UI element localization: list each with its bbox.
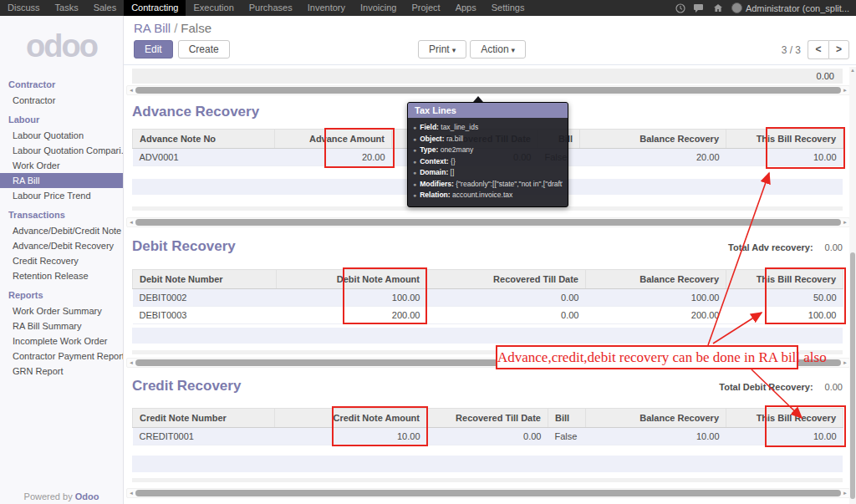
sidebar: odoo Contractor Contractor Labour Labour… [0,16,124,504]
scroll-up-icon[interactable]: ▲ [849,67,856,74]
sidebar-item-ra-bill-summary[interactable]: RA Bill Summary [0,318,123,333]
col-debit-note-number[interactable]: Debit Note Number [133,270,277,289]
action-dropdown-button[interactable]: Action▾ [470,40,526,59]
nav-execution[interactable]: Execution [186,0,241,16]
nav-tasks[interactable]: Tasks [48,0,86,16]
nav-purchases[interactable]: Purchases [242,0,300,16]
odoo-brand-link[interactable]: Odoo [75,491,99,501]
sidebar-item-work-order[interactable]: Work Order [0,158,123,173]
scrollbar-thumb[interactable] [135,219,841,226]
bullet-icon: ● [413,125,416,130]
col-balance-recovery[interactable]: Balance Recovery [586,270,726,289]
scrollbar-thumb[interactable] [135,87,841,94]
tooltip-pointer-icon [473,96,483,102]
col-recovered-till-date[interactable]: Recovered Till Date [427,270,586,289]
col-credit-note-amount[interactable]: Credit Note Amount [275,409,427,428]
scroll-left-icon[interactable]: ◄ [127,360,135,365]
avatar [731,3,742,13]
sidebar-item-work-order-summary[interactable]: Work Order Summary [0,303,123,318]
col-advance-amount[interactable]: Advance Amount [275,130,392,149]
bullet-icon: ● [413,192,416,198]
breadcrumb: RA Bill/False [134,21,211,35]
nav-apps[interactable]: Apps [448,0,484,16]
scrollbar-thumb[interactable] [135,490,841,496]
breadcrumb-ra-bill[interactable]: RA Bill [134,21,171,35]
scroll-right-icon[interactable]: ► [841,491,849,496]
col-balance-recovery[interactable]: Balance Recovery [586,409,726,428]
vertical-scrollbar-thumb[interactable] [850,252,855,499]
scroll-left-icon[interactable]: ◄ [127,220,135,225]
nav-inventory[interactable]: Inventory [300,0,353,16]
advance-recovery-title: Advance Recovery [132,104,259,120]
sidebar-item-contractor-payment-report[interactable]: Contractor Payment Report [0,349,123,364]
pager-previous-button[interactable]: < [808,40,828,59]
bullet-icon: ● [413,159,416,165]
scroll-left-icon[interactable]: ◄ [127,491,135,496]
sidebar-item-labour-price-trend[interactable]: Labour Price Trend [0,188,123,203]
nav-invoicing[interactable]: Invoicing [353,0,404,16]
credit-recovery-title: Credit Recovery [132,378,241,395]
bullet-icon: ● [413,170,416,176]
sidebar-item-retention-release[interactable]: Retention Release [0,268,123,283]
sidebar-item-grn-report[interactable]: GRN Report [0,364,123,379]
tooltip-context: ●Context: {} [413,156,563,168]
sidebar-item-ra-bill[interactable]: RA Bill [0,173,123,188]
sidebar-item-advance-debit-credit-note[interactable]: Advance/Debit/Credit Note [0,223,123,238]
col-balance-recovery[interactable]: Balance Recovery [580,130,726,149]
home-icon[interactable] [713,3,723,13]
debit-row-debit0003[interactable]: DEBIT0003 200.00 0.00 200.00 100.00 [133,307,843,324]
chevron-down-icon: ▾ [452,46,456,54]
scroll-right-icon[interactable]: ► [841,220,849,225]
field-debug-tooltip: Tax Lines ●Field: tax_line_ids ●Object: … [407,96,568,207]
divider-bar [132,206,843,211]
print-dropdown-button[interactable]: Print▾ [418,40,466,59]
tooltip-field: ●Field: tax_line_ids [413,122,563,134]
nav-discuss[interactable]: Discuss [0,0,48,16]
col-this-bill-recovery[interactable]: This Bill Recovery [726,270,843,289]
col-this-bill-recovery[interactable]: This Bill Recovery [726,409,843,428]
pager-next-button[interactable]: > [828,40,849,59]
control-bar: RA Bill/False Edit Create Print▾ Action▾… [124,16,856,65]
empty-band [132,328,843,344]
scroll-right-icon[interactable]: ► [841,360,849,365]
col-debit-note-amount[interactable]: Debit Note Amount [277,270,427,289]
scroll-left-icon[interactable]: ◄ [127,88,135,93]
chat-icon[interactable] [694,3,705,13]
sidebar-item-advance-debit-recovery[interactable]: Advance/Debit Recovery [0,238,123,253]
edit-button[interactable]: Edit [134,40,173,59]
col-this-bill-recovery[interactable]: This Bill Recovery [726,130,843,149]
nav-sales[interactable]: Sales [86,0,125,16]
powered-by: Powered by Odoo [0,491,123,501]
sidebar-item-contractor[interactable]: Contractor [0,93,123,108]
nav-settings[interactable]: Settings [484,0,532,16]
col-bill[interactable]: Bill [548,409,586,428]
horizontal-scrollbar-4: ◄ ► [126,488,850,498]
create-button[interactable]: Create [178,40,230,59]
top-navbar: Discuss Tasks Sales Contracting Executio… [0,0,856,16]
sidebar-item-labour-quotation[interactable]: Labour Quotation [0,128,123,143]
chevron-down-icon: ▾ [512,46,516,54]
breadcrumb-current: False [181,21,211,35]
user-name: Administrator (con_split... [746,3,849,13]
sidebar-item-credit-recovery[interactable]: Credit Recovery [0,253,123,268]
credit-row-credit0001[interactable]: CREDIT0001 10.00 0.00 False 10.00 10.00 [133,428,843,445]
debit-recovery-table: Debit Note Number Debit Note Amount Reco… [132,269,843,324]
credit-recovery-table: Credit Note Number Credit Note Amount Re… [132,408,843,445]
nav-project[interactable]: Project [404,0,447,16]
col-advance-note-no[interactable]: Advance Note No [133,130,275,149]
user-menu[interactable]: Administrator (con_split... [731,3,849,13]
scroll-right-icon[interactable]: ► [841,88,849,93]
sidebar-item-labour-quotation-comparison[interactable]: Labour Quotation Compari... [0,143,123,158]
clock-icon[interactable] [675,3,685,13]
col-credit-note-number[interactable]: Credit Note Number [133,409,275,428]
nav-contracting[interactable]: Contracting [124,0,186,16]
total-adv-recovery: Total Adv recovery:0.00 [728,242,843,252]
debit-row-debit0002[interactable]: DEBIT0002 100.00 0.00 100.00 50.00 [133,289,843,307]
sidebar-section-labour: Labour [0,108,123,128]
bullet-icon: ● [413,136,416,142]
tooltip-object: ●Object: ra.bill [413,134,563,145]
bullet-icon: ● [413,147,416,153]
tooltip-relation: ●Relation: account.invoice.tax [413,190,563,201]
sidebar-item-incomplete-work-order[interactable]: Incomplete Work Order [0,333,123,349]
col-recovered-till-date[interactable]: Recovered Till Date [427,409,548,428]
